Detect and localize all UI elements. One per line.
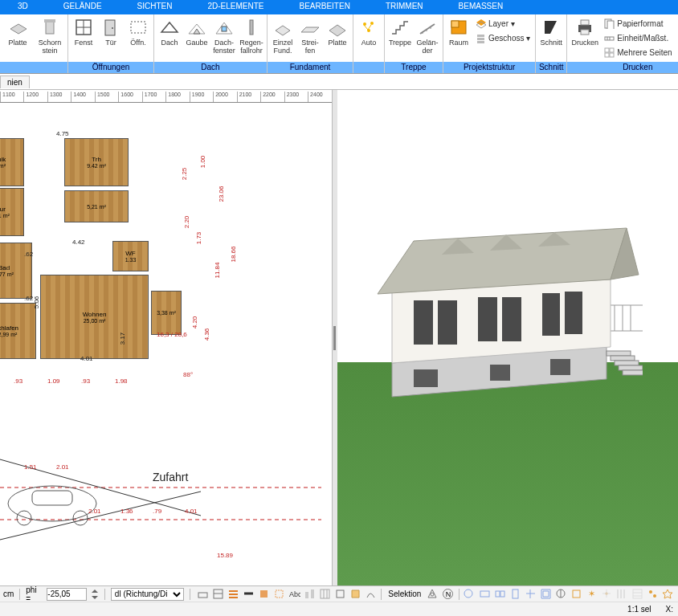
- btn-schornstein[interactable]: Schorn stein: [34, 16, 66, 56]
- strip-icon: [300, 18, 321, 37]
- btn-gaube[interactable]: Gaube: [183, 16, 210, 48]
- dimension: 23.06: [218, 186, 225, 202]
- zufahrt-drawing: Zufahrt: [0, 431, 321, 568]
- house-3d: [370, 210, 643, 419]
- btn-gelaender[interactable]: Gelän- der: [414, 16, 441, 56]
- toolstrip-btn-13[interactable]: [426, 587, 439, 601]
- toolstrip-btn-24[interactable]: [600, 587, 614, 601]
- toolstrip-btn-3[interactable]: [242, 587, 255, 601]
- svg-rect-62: [619, 365, 643, 370]
- papierformat[interactable]: Papierformat: [604, 16, 672, 31]
- toolstrip-btn-17[interactable]: [493, 587, 507, 601]
- toolstrip-btn-27[interactable]: [646, 587, 660, 601]
- toolstrip-btn-19[interactable]: [524, 587, 537, 601]
- toolstrip-btn-5[interactable]: [272, 587, 286, 601]
- menu-trimmen[interactable]: TRIMMEN: [368, 0, 441, 14]
- toolstrip-btn-18[interactable]: [508, 587, 522, 601]
- toolstrip-btn-4[interactable]: [257, 587, 271, 601]
- tool-icon: ✶: [586, 588, 598, 600]
- menu-2d[interactable]: 2D-ELEMENTE: [190, 0, 282, 14]
- toolstrip-btn-26[interactable]: [631, 587, 644, 601]
- btn-drucken[interactable]: Drucken: [569, 16, 601, 48]
- toolstrip-btn-10[interactable]: [349, 587, 362, 601]
- toolstrip-btn-7[interactable]: [303, 587, 317, 601]
- toolstrip-btn-14[interactable]: N: [441, 587, 455, 601]
- btn-raum[interactable]: Raum: [445, 16, 472, 48]
- layer-dropdown[interactable]: Layer ▾: [476, 16, 530, 31]
- view-2d[interactable]: 1100120013001400150016001700180019002000…: [0, 90, 333, 585]
- btn-regenfallrohr[interactable]: Regen- fallrohr: [238, 16, 265, 56]
- scale-label: 1:1 sel: [627, 605, 651, 614]
- ruler-tick: 1900: [190, 92, 213, 102]
- storey-icon: [476, 33, 486, 43]
- tool-icon: [555, 588, 567, 600]
- toolstrip-btn-1[interactable]: [211, 587, 225, 601]
- svg-rect-99: [305, 592, 308, 598]
- menu-sichten[interactable]: SICHTEN: [120, 0, 190, 14]
- ruler-tick: 1500: [95, 92, 118, 102]
- unit-icon: [604, 33, 615, 43]
- tool-icon: [304, 588, 316, 600]
- roof-icon: [159, 18, 180, 37]
- btn-dachfenster[interactable]: Dach- fenster: [210, 16, 238, 56]
- ribbon-group-drucken: Drucken Papierformat Einheit/Maßst. Mehr…: [567, 14, 678, 73]
- btn-dach[interactable]: Dach: [156, 16, 183, 48]
- btn-einzelfund[interactable]: Einzel Fund.: [269, 16, 296, 56]
- pad-icon: [272, 18, 293, 37]
- toolstrip-btn-15[interactable]: [462, 587, 476, 601]
- projektstruktur-side: Layer ▾ Geschoss ▾: [472, 16, 533, 59]
- btn-bodenplatte[interactable]: Platte: [324, 16, 351, 48]
- svg-rect-81: [502, 297, 521, 341]
- toolstrip-btn-20[interactable]: [539, 587, 553, 601]
- svg-text:✶: ✶: [588, 589, 595, 598]
- view-3d[interactable]: [337, 90, 678, 585]
- btn-fenster[interactable]: Fenst: [70, 16, 97, 48]
- svg-rect-2: [44, 19, 55, 22]
- einheit-massstab[interactable]: Einheit/Maßst.: [604, 31, 672, 45]
- toolstrip-btn-21[interactable]: [554, 587, 568, 601]
- toolstrip-btn-25[interactable]: [615, 587, 629, 601]
- splitter-handle[interactable]: [333, 326, 336, 350]
- btn-treppe[interactable]: Treppe: [386, 16, 414, 48]
- toolstrip-btn-9[interactable]: [333, 587, 347, 601]
- toolstrip-btn-16[interactable]: [478, 587, 492, 601]
- btn-platte[interactable]: Platte: [2, 16, 34, 48]
- dl-select[interactable]: dl (Richtung/Di: [111, 588, 184, 601]
- toolstrip-btn-22[interactable]: [570, 587, 583, 601]
- toolstrip-btn-28[interactable]: [661, 587, 675, 601]
- group-label-5: Treppe: [385, 62, 443, 73]
- menu-gelaende[interactable]: GELÄNDE: [46, 0, 120, 14]
- sub-tab[interactable]: nien: [0, 75, 30, 88]
- label: Auto: [361, 39, 377, 47]
- extra[interactable]: [476, 45, 530, 59]
- toolstrip-btn-2[interactable]: [227, 587, 240, 601]
- menu-3d[interactable]: 3D: [0, 0, 46, 14]
- room-wohnen: Wohnen25,00 m²: [40, 275, 149, 359]
- toolstrip-btn-8[interactable]: [318, 587, 332, 601]
- toolstrip-btn-23[interactable]: ✶: [585, 587, 598, 601]
- toolstrip-btn-12[interactable]: Selektion: [385, 587, 424, 601]
- toolstrip-btn-0[interactable]: [196, 587, 210, 601]
- geschoss-dropdown[interactable]: Geschoss ▾: [476, 31, 530, 45]
- phi-input[interactable]: [47, 588, 87, 601]
- svg-rect-13: [222, 27, 227, 31]
- spin-icon[interactable]: [91, 588, 99, 601]
- btn-tuer-label: Tür: [105, 39, 116, 47]
- menu-bemassen[interactable]: BEMASSEN: [441, 0, 521, 14]
- btn-streifen[interactable]: Strei- fen: [296, 16, 324, 56]
- svg-marker-9: [161, 22, 178, 32]
- menu-bearbeiten[interactable]: BEARBEITEN: [282, 0, 368, 14]
- toolstrip-btn-11[interactable]: [364, 587, 378, 601]
- svg-rect-57: [32, 491, 72, 505]
- btn-schnitt[interactable]: Schnitt: [537, 16, 565, 48]
- dimension: 88°: [183, 371, 193, 378]
- mehrere-seiten[interactable]: Mehrere Seiten: [604, 45, 672, 59]
- stairs-icon: [390, 18, 410, 37]
- dimension: .62: [24, 251, 33, 258]
- dimension: .93: [81, 377, 90, 385]
- btn-oeffnung[interactable]: Öffn.: [125, 16, 152, 48]
- toolstrip-btn-6[interactable]: Abc: [288, 587, 301, 601]
- btn-tuer[interactable]: Tür: [97, 16, 125, 48]
- ruler-tick: 1600: [118, 92, 141, 102]
- btn-auto[interactable]: Auto: [355, 16, 382, 48]
